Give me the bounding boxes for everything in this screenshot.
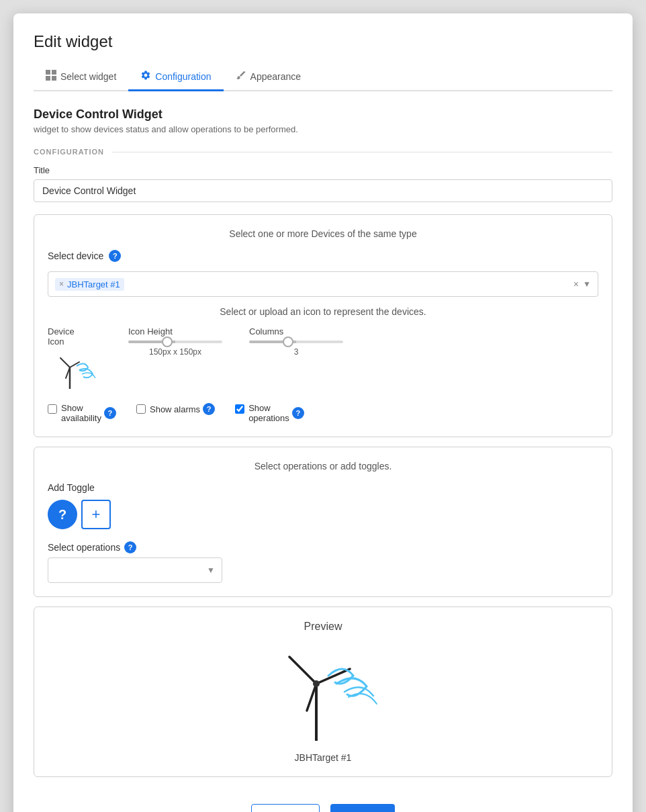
svg-line-11 xyxy=(307,684,316,711)
columns-value: 3 xyxy=(249,347,343,357)
show-alarms-label-wrap: Show alarms ? xyxy=(150,403,215,415)
select-operations-label-row: Select operations ? xyxy=(48,541,598,553)
preview-header: Preview xyxy=(48,621,598,633)
widget-name: Device Control Widget xyxy=(34,107,612,122)
operations-card-header: Select operations or add toggles. xyxy=(48,461,598,471)
columns-group: Columns 3 xyxy=(249,326,343,357)
settings-icon xyxy=(140,70,151,83)
preview-content: JBHTarget #1 xyxy=(48,643,598,763)
tab-configuration-label: Configuration xyxy=(155,71,211,82)
show-operations-text: Showoperations ? xyxy=(248,403,304,423)
title-field-label: Title xyxy=(34,165,612,175)
toggle-help-button[interactable]: ? xyxy=(48,500,77,529)
show-availability-label-wrap: Showavailability ? xyxy=(61,403,116,423)
svg-rect-0 xyxy=(46,70,50,75)
grid-icon xyxy=(46,70,56,83)
slider-section: Icon Height 150px x 150px Columns 3 xyxy=(128,326,598,357)
icon-height-group: Icon Height 150px x 150px xyxy=(128,326,222,357)
icon-height-value: 150px x 150px xyxy=(128,347,222,357)
columns-slider[interactable] xyxy=(249,341,343,343)
config-section-row: CONFIGURATION xyxy=(34,148,612,156)
modal-title: Edit widget xyxy=(34,32,612,51)
footer-buttons: Cancel Save xyxy=(34,797,612,812)
save-button[interactable]: Save xyxy=(330,804,395,812)
add-toggle-label: Add Toggle xyxy=(48,482,598,493)
tab-appearance-label: Appearance xyxy=(250,71,302,82)
device-select-box[interactable]: × JBHTarget #1 × ▼ xyxy=(48,271,598,297)
widget-info: Device Control Widget widget to show dev… xyxy=(34,107,612,134)
widget-description: widget to show devices status and allow … xyxy=(34,124,612,134)
icon-height-slider[interactable] xyxy=(128,341,222,343)
show-operations-group: Showoperations ? xyxy=(235,403,304,423)
title-input[interactable] xyxy=(34,179,612,202)
svg-point-12 xyxy=(313,680,320,687)
select-device-label: Select device xyxy=(48,251,103,261)
cancel-button[interactable]: Cancel xyxy=(251,804,320,812)
show-alarms-group: Show alarms ? xyxy=(136,403,215,415)
config-section-label: CONFIGURATION xyxy=(34,148,112,156)
brush-icon xyxy=(236,70,246,83)
show-alarms-text: Show alarms ? xyxy=(150,403,215,415)
toggle-buttons: ? + xyxy=(48,500,598,529)
config-divider xyxy=(112,152,612,152)
icon-row: DeviceIcon xyxy=(48,326,598,392)
operations-dropdown[interactable]: ▼ xyxy=(48,557,222,583)
columns-label: Columns xyxy=(249,326,343,336)
preview-device-name: JBHTarget #1 xyxy=(295,752,352,763)
toggle-add-button[interactable]: + xyxy=(81,500,111,529)
svg-line-9 xyxy=(289,657,316,684)
ops-dropdown-chevron: ▼ xyxy=(207,566,215,575)
checkboxes-row: Showavailability ? Show alarms ? xyxy=(48,403,598,423)
remove-device-tag[interactable]: × xyxy=(59,279,64,289)
availability-help-icon[interactable]: ? xyxy=(104,407,116,419)
select-device-help-icon[interactable]: ? xyxy=(109,250,121,262)
show-operations-label-wrap: Showoperations ? xyxy=(248,403,304,423)
operations-help-icon[interactable]: ? xyxy=(292,407,304,419)
tab-bar: Select widget Configuration Appearance xyxy=(34,63,612,91)
selected-device-name: JBHTarget #1 xyxy=(67,279,120,289)
preview-card: Preview JBHTarget #1 xyxy=(34,606,612,777)
show-alarms-checkbox[interactable] xyxy=(136,404,146,414)
operations-card: Select operations or add toggles. Add To… xyxy=(34,447,612,597)
icon-height-label: Icon Height xyxy=(128,326,222,336)
tab-appearance[interactable]: Appearance xyxy=(224,63,314,91)
device-selection-card: Select one or more Devices of the same t… xyxy=(34,214,612,437)
icon-upload-header: Select or upload an icon to represent th… xyxy=(48,306,598,317)
alarms-help-icon[interactable]: ? xyxy=(203,403,215,415)
show-availability-text: Showavailability ? xyxy=(61,403,116,423)
clear-select-btn[interactable]: × xyxy=(573,279,579,289)
turbine-icon-small xyxy=(51,354,98,391)
svg-rect-1 xyxy=(52,70,56,75)
show-availability-checkbox[interactable] xyxy=(48,404,57,414)
selected-device-tag: × JBHTarget #1 xyxy=(55,278,124,291)
device-icon-label: DeviceIcon xyxy=(48,326,75,347)
select-operations-label: Select operations xyxy=(48,542,120,553)
edit-widget-modal: Edit widget Select widget Configuration … xyxy=(13,13,633,812)
tab-select-widget[interactable]: Select widget xyxy=(34,63,128,91)
tab-select-widget-label: Select widget xyxy=(60,71,116,82)
select-chevron-icon: ▼ xyxy=(583,279,591,289)
device-icon-img[interactable] xyxy=(48,352,101,392)
svg-rect-2 xyxy=(46,76,50,81)
tab-configuration[interactable]: Configuration xyxy=(128,63,223,91)
select-ops-help-icon[interactable]: ? xyxy=(124,541,136,553)
device-icon-section: DeviceIcon xyxy=(48,326,101,392)
svg-line-5 xyxy=(60,358,70,367)
select-device-row: Select device ? xyxy=(48,250,598,262)
show-availability-group: Showavailability ? xyxy=(48,403,116,423)
svg-rect-3 xyxy=(52,76,56,81)
device-card-header: Select one or more Devices of the same t… xyxy=(48,228,598,239)
show-operations-checkbox[interactable] xyxy=(235,404,244,414)
turbine-preview-icon xyxy=(256,643,390,744)
